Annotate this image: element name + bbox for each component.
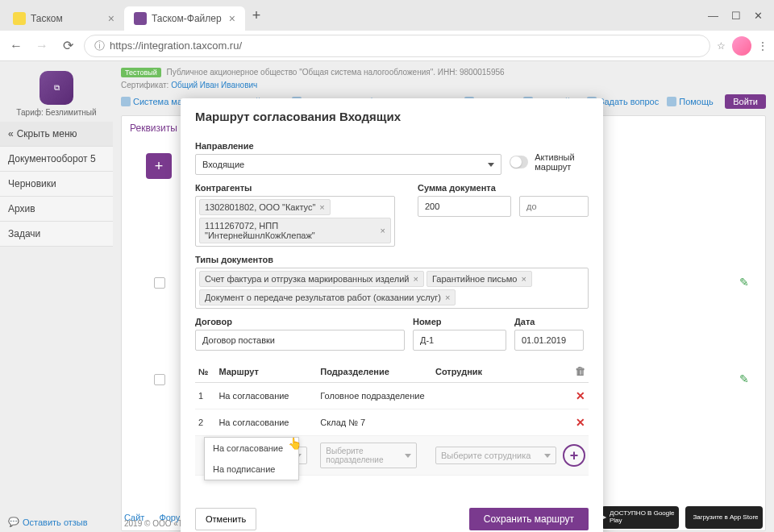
- cancel-button[interactable]: Отменить: [195, 508, 256, 530]
- app-logo: ⧉: [40, 71, 73, 105]
- marking-icon: [121, 97, 131, 106]
- col-num: №: [195, 360, 215, 383]
- help-icon: [667, 97, 676, 106]
- close-icon[interactable]: ×: [108, 12, 114, 25]
- edit-icon[interactable]: ✎: [739, 276, 749, 289]
- edit-icon[interactable]: ✎: [739, 372, 749, 385]
- browser-tab-bar: Таском × Таском-Файлер × + — ☐ ✕: [0, 0, 774, 31]
- cert-info: Сертификат: Общий Иван Иванович: [121, 79, 766, 91]
- delete-row-icon[interactable]: ✕: [576, 416, 585, 429]
- col-route: Маршрут: [215, 360, 317, 383]
- sidebar: ⧉ Тариф: Безлимитный « Скрыть меню Докум…: [0, 61, 113, 532]
- sidebar-item-archive[interactable]: Архив: [0, 197, 113, 222]
- direction-select[interactable]: Входящие: [195, 154, 501, 175]
- sum-from-input[interactable]: 200: [418, 196, 511, 217]
- sidebar-item-tasks[interactable]: Задачи: [0, 222, 113, 247]
- tab-title: Таском: [31, 13, 63, 24]
- menu-icon[interactable]: ⋮: [758, 40, 768, 52]
- profile-avatar[interactable]: [732, 36, 751, 56]
- sidebar-item-docs[interactable]: Документооборот 5: [0, 147, 113, 172]
- sum-to-input[interactable]: [519, 196, 589, 217]
- close-icon[interactable]: ×: [229, 12, 235, 25]
- remove-chip-icon[interactable]: ×: [381, 226, 385, 235]
- col-emp: Сотрудник: [432, 360, 560, 383]
- dropdown-option[interactable]: На подписание: [205, 459, 298, 480]
- url-field[interactable]: ⓘ https://integration.taxcom.ru/: [84, 35, 710, 57]
- chip-contragent: 1111267072, НПП "ИнтернейшнлКожКлепаж"×: [199, 218, 391, 243]
- dept-select[interactable]: Выберите подразделение: [320, 443, 417, 468]
- direction-label: Направление: [195, 141, 501, 151]
- test-badge: Тестовый: [121, 68, 161, 77]
- add-button[interactable]: +: [146, 153, 172, 179]
- app-store-badge[interactable]: Загрузите в App Store: [685, 506, 763, 529]
- tab-title: Таском-Файлер: [152, 13, 222, 24]
- close-window-icon[interactable]: ✕: [754, 10, 763, 22]
- row-checkbox[interactable]: [154, 277, 165, 289]
- minimize-icon[interactable]: —: [708, 10, 718, 22]
- hide-menu-label: Скрыть меню: [17, 128, 77, 139]
- hide-menu-button[interactable]: « Скрыть меню: [0, 122, 113, 147]
- address-bar: ← → ⟳ ⓘ https://integration.taxcom.ru/ ☆…: [0, 31, 774, 61]
- window-controls: — ☐ ✕: [708, 10, 771, 22]
- back-button[interactable]: ←: [6, 36, 26, 56]
- favicon: [13, 12, 26, 25]
- contract-label: Договор: [195, 317, 405, 326]
- bookmark-icon[interactable]: ☆: [717, 40, 726, 52]
- employee-select[interactable]: Выберите сотрудника: [435, 447, 556, 464]
- date-label: Дата: [514, 317, 584, 326]
- cert-link[interactable]: Общий Иван Иванович: [171, 81, 257, 89]
- active-route-toggle[interactable]: [510, 156, 528, 168]
- remove-chip-icon[interactable]: ×: [521, 274, 526, 284]
- reload-button[interactable]: ⟳: [58, 36, 77, 56]
- new-tab-button[interactable]: +: [245, 4, 268, 27]
- google-play-badge[interactable]: ▶ДОСТУПНО В Google Play: [601, 506, 679, 529]
- chip-doctype: Гарантийное письмо×: [427, 271, 532, 287]
- chip-doctype: Документ о передаче результатов работ (о…: [199, 289, 456, 305]
- remove-chip-icon[interactable]: ×: [445, 293, 450, 302]
- chevron-down-icon: [544, 454, 551, 458]
- route-type-dropdown: На согласование На подписание: [204, 437, 299, 480]
- route-row: 2 На согласование Склад № 7 ✕: [195, 409, 589, 436]
- add-step-button[interactable]: +: [563, 444, 585, 467]
- browser-tab-active[interactable]: Таском-Файлер ×: [124, 6, 245, 31]
- contragents-field[interactable]: 1302801802, ООО "Кактус"× 1111267072, НП…: [195, 196, 395, 247]
- trash-icon[interactable]: 🗑: [575, 365, 585, 377]
- browser-tab[interactable]: Таском ×: [3, 6, 124, 31]
- modal-title: Маршрут согласования Входящих: [195, 110, 589, 123]
- date-input[interactable]: 01.01.2019: [514, 330, 584, 351]
- sidebar-item-drafts[interactable]: Черновики: [0, 172, 113, 197]
- info-icon: ⓘ: [94, 39, 105, 53]
- url-text: https://integration.taxcom.ru/: [110, 39, 242, 52]
- row-checkbox[interactable]: [154, 374, 165, 385]
- number-label: Номер: [413, 317, 506, 326]
- sum-label: Сумма документа: [418, 183, 589, 193]
- org-info: Тестовый Публичное акционерное общество …: [121, 66, 766, 79]
- route-row: 1 На согласование Головное подразделение…: [195, 383, 589, 409]
- active-route-label: Активный маршрут: [535, 152, 589, 172]
- forward-button[interactable]: →: [32, 36, 52, 56]
- delete-row-icon[interactable]: ✕: [576, 389, 585, 402]
- feedback-link[interactable]: 💬 Оставить отзыв: [8, 517, 88, 527]
- comment-icon: 💬: [8, 517, 19, 527]
- chip-contragent: 1302801802, ООО "Кактус"×: [199, 199, 331, 215]
- doctypes-field[interactable]: Счет фактура и отгрузка маркированных из…: [195, 268, 589, 309]
- favicon: [134, 12, 147, 25]
- tariff-label: Тариф: Безлимитный: [0, 108, 113, 117]
- col-dept: Подразделение: [317, 360, 432, 383]
- remove-chip-icon[interactable]: ×: [319, 202, 324, 212]
- chevron-left-icon: «: [8, 128, 14, 139]
- save-route-button[interactable]: Сохранить маршрут: [469, 508, 589, 530]
- login-button[interactable]: Войти: [725, 94, 766, 109]
- number-input[interactable]: Д-1: [413, 330, 506, 351]
- chevron-down-icon: [405, 454, 411, 458]
- dropdown-option[interactable]: На согласование: [205, 438, 298, 459]
- contragents-label: Контрагенты: [195, 183, 410, 193]
- remove-chip-icon[interactable]: ×: [414, 274, 418, 284]
- maximize-icon[interactable]: ☐: [731, 10, 741, 22]
- chip-doctype: Счет фактура и отгрузка маркированных из…: [199, 271, 424, 287]
- chevron-down-icon: [488, 163, 494, 167]
- contract-input[interactable]: Договор поставки: [195, 330, 405, 351]
- link-help[interactable]: Помощь: [667, 97, 714, 106]
- doctypes-label: Типы документов: [195, 255, 589, 264]
